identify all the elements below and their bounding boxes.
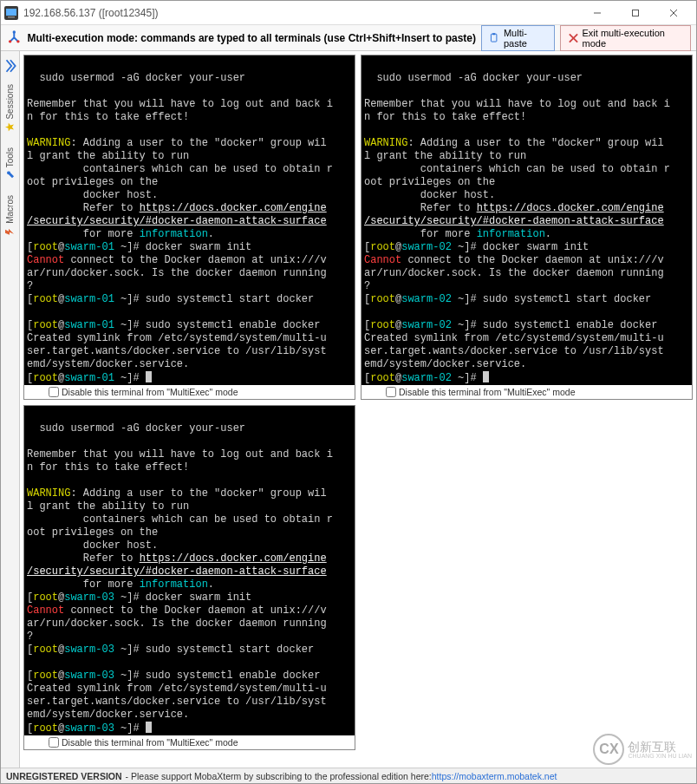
svg-point-7 — [13, 30, 16, 33]
window-titlebar: 192.168.56.137 ([root12345]) — [1, 1, 696, 25]
status-text: - Please support MobaXterm by subscribin… — [126, 771, 432, 781]
svg-rect-2 — [8, 16, 15, 18]
star-icon — [6, 123, 15, 132]
minimize-button[interactable] — [578, 1, 616, 25]
disable-terminal-row[interactable]: Disable this terminal from "MultiExec" m… — [362, 385, 692, 399]
multi-paste-button[interactable]: Multi-paste — [481, 25, 555, 51]
terminal-pane: sudo usermod -aG docker your-user Rememb… — [23, 55, 355, 400]
multiexec-toolbar: Multi-execution mode: commands are typed… — [1, 25, 696, 51]
maximize-button[interactable] — [616, 1, 655, 25]
bolt-icon — [6, 227, 15, 236]
wrench-icon — [6, 171, 15, 180]
terminal-pane: sudo usermod -aG docker your-user Rememb… — [23, 405, 355, 750]
close-button[interactable] — [655, 1, 693, 25]
multi-paste-label: Multi-paste — [504, 28, 547, 49]
terminal-output[interactable]: sudo usermod -aG docker your-user Rememb… — [24, 406, 355, 735]
disable-terminal-label: Disable this terminal from "MultiExec" m… — [62, 737, 238, 748]
fork-icon — [6, 29, 23, 47]
svg-marker-14 — [6, 123, 15, 132]
terminal-grid: sudo usermod -aG docker your-user Rememb… — [20, 51, 696, 768]
disable-terminal-row[interactable]: Disable this terminal from "MultiExec" m… — [24, 735, 355, 749]
app-icon — [4, 6, 18, 20]
disable-terminal-label: Disable this terminal from "MultiExec" m… — [399, 387, 576, 397]
svg-rect-11 — [492, 33, 495, 35]
disable-terminal-row[interactable]: Disable this terminal from "MultiExec" m… — [24, 385, 355, 399]
sidebar-tab-label: Tools — [5, 147, 15, 167]
exit-multiexec-label: Exit multi-execution mode — [583, 28, 684, 49]
exit-multiexec-button[interactable]: Exit multi-execution mode — [560, 25, 691, 51]
terminal-output[interactable]: sudo usermod -aG docker your-user Rememb… — [362, 56, 692, 385]
terminal-output[interactable]: sudo usermod -aG docker your-user Rememb… — [24, 56, 355, 385]
sidebar-tab-label: Macros — [5, 195, 15, 224]
exit-x-icon — [568, 32, 579, 44]
statusbar: UNREGISTERED VERSION - Please support Mo… — [1, 768, 696, 783]
sidebar: Sessions Tools Macros — [1, 51, 20, 768]
svg-rect-10 — [491, 34, 496, 42]
paste-icon — [489, 32, 500, 44]
status-link[interactable]: https://mobaxterm.mobatek.net — [432, 771, 557, 781]
svg-rect-1 — [6, 9, 16, 16]
disable-terminal-checkbox[interactable] — [49, 387, 59, 397]
sidebar-tab-label: Sessions — [5, 84, 15, 120]
sidebar-tab-tools[interactable]: Tools — [3, 142, 16, 185]
status-unregistered: UNREGISTERED VERSION — [6, 771, 122, 781]
sidebar-expand-icon[interactable] — [3, 58, 18, 74]
sidebar-tab-sessions[interactable]: Sessions — [3, 79, 16, 137]
disable-terminal-label: Disable this terminal from "MultiExec" m… — [62, 387, 238, 397]
disable-terminal-checkbox[interactable] — [49, 737, 59, 748]
svg-point-8 — [9, 40, 11, 42]
disable-terminal-checkbox[interactable] — [386, 387, 396, 397]
terminal-pane: sudo usermod -aG docker your-user Rememb… — [361, 55, 693, 400]
window-title: 192.168.56.137 ([root12345]) — [23, 7, 578, 19]
mode-label: Multi-execution mode: commands are typed… — [28, 32, 476, 44]
svg-rect-4 — [633, 10, 639, 16]
svg-marker-15 — [6, 229, 15, 235]
svg-point-9 — [16, 40, 19, 42]
sidebar-tab-macros[interactable]: Macros — [3, 190, 16, 241]
